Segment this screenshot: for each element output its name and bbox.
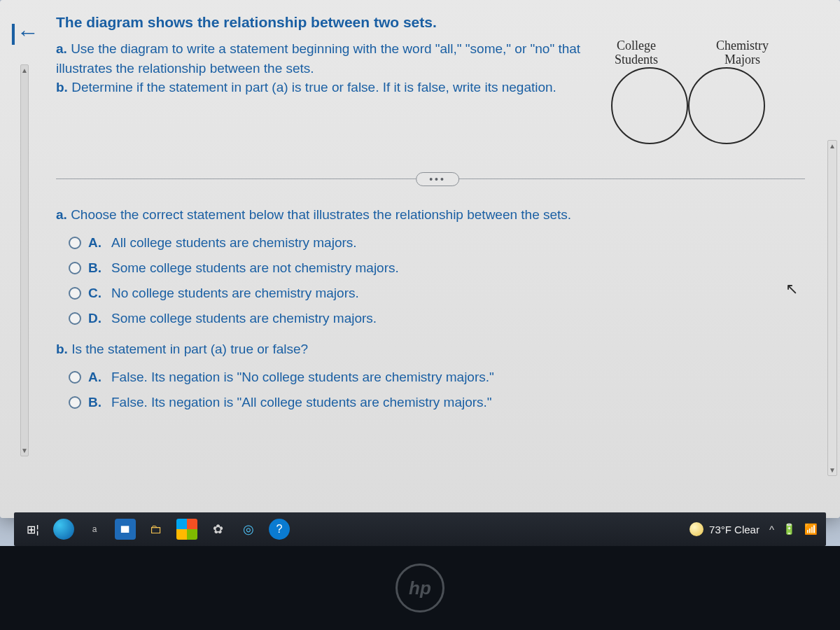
- venn-diagram: College Students Chemistry Majors: [601, 39, 776, 144]
- part-a-prefix: a.: [56, 41, 67, 56]
- option-letter: B.: [88, 395, 102, 410]
- back-button[interactable]: |←: [10, 21, 39, 43]
- left-rail: |← ▲ ▼: [0, 0, 49, 518]
- file-explorer-icon[interactable]: 🗀: [146, 519, 167, 540]
- monitor-bezel: hp: [0, 546, 840, 630]
- part-b-prefix: b.: [56, 80, 68, 94]
- weather-icon: [690, 522, 704, 536]
- question-a-prompt: a. Choose the correct statement below th…: [56, 207, 819, 223]
- venn-circle-right: [688, 67, 765, 144]
- tray-caret-icon[interactable]: ^: [769, 524, 774, 536]
- intro-text: The diagram shows the relationship betwe…: [56, 14, 819, 31]
- weather-text: 73°F Clear: [709, 524, 760, 536]
- radio-icon[interactable]: [69, 287, 81, 300]
- screen: |← ▲ ▼ The diagram shows the relationshi…: [0, 0, 840, 518]
- part-a-text: Use the diagram to write a statement beg…: [56, 41, 580, 76]
- wifi-icon[interactable]: 📶: [804, 523, 818, 536]
- venn-label-right: Chemistry Majors: [716, 39, 769, 67]
- option-letter: D.: [88, 311, 102, 326]
- instructions-row: a. Use the diagram to write a statement …: [56, 39, 819, 144]
- app-icon[interactable]: a: [84, 519, 105, 540]
- scroll-down-icon[interactable]: ▼: [829, 466, 836, 474]
- question-b-tag: b.: [56, 342, 68, 356]
- question-b-block: b. Is the statement in part (a) true or …: [56, 342, 819, 410]
- venn-label-left: College Students: [615, 39, 658, 67]
- question-b-text: Is the statement in part (a) true or fal…: [71, 342, 308, 356]
- instructions: a. Use the diagram to write a statement …: [56, 39, 588, 97]
- option-letter: B.: [88, 260, 102, 276]
- option-letter: A.: [88, 370, 102, 385]
- section-divider: •••: [56, 172, 819, 186]
- part-b-text: Determine if the statement in part (a) i…: [71, 80, 556, 94]
- question-a-tag: a.: [56, 207, 67, 222]
- help-icon[interactable]: ?: [269, 519, 290, 540]
- store-icon[interactable]: ⯀: [115, 519, 136, 540]
- nav-down-icon[interactable]: ▼: [21, 447, 28, 454]
- question-a-block: a. Choose the correct statement below th…: [56, 207, 819, 326]
- content-scrollbar[interactable]: ▲ ▼: [827, 140, 837, 476]
- system-tray[interactable]: ^ 🔋 📶: [769, 523, 818, 536]
- option-letter: C.: [88, 286, 102, 301]
- option-text: False. Its negation is "No college stude…: [111, 370, 494, 385]
- edge-icon[interactable]: [53, 519, 74, 540]
- question-b-prompt: b. Is the statement in part (a) true or …: [56, 342, 819, 357]
- option-a-D[interactable]: D. Some college students are chemistry m…: [69, 311, 819, 326]
- question-a-text: Choose the correct statement below that …: [71, 207, 571, 222]
- option-text: Some college students are not chemistry …: [111, 260, 399, 276]
- option-text: All college students are chemistry major…: [111, 235, 357, 251]
- microsoft-icon[interactable]: [176, 519, 197, 540]
- question-nav-scrollbar[interactable]: ▲ ▼: [20, 64, 29, 456]
- chat-icon[interactable]: ◎: [238, 519, 259, 540]
- radio-icon[interactable]: [69, 371, 81, 384]
- nav-up-icon[interactable]: ▲: [21, 66, 28, 74]
- option-text: Some college students are chemistry majo…: [111, 311, 377, 326]
- weather-widget[interactable]: 73°F Clear: [690, 522, 760, 536]
- windows-taskbar[interactable]: ⊞¦ a ⯀ 🗀 ✿ ◎ ? 73°F Clear ^ 🔋 📶: [14, 512, 826, 546]
- option-b-B[interactable]: B. False. Its negation is "All college s…: [69, 395, 819, 410]
- option-a-A[interactable]: A. All college students are chemistry ma…: [69, 235, 819, 251]
- task-view-icon[interactable]: ⊞¦: [22, 519, 43, 540]
- settings-icon[interactable]: ✿: [207, 519, 228, 540]
- option-a-C[interactable]: C. No college students are chemistry maj…: [69, 286, 819, 301]
- radio-icon[interactable]: [69, 262, 81, 274]
- radio-icon[interactable]: [69, 237, 81, 249]
- cursor-icon: ↖: [785, 280, 798, 298]
- battery-icon[interactable]: 🔋: [783, 523, 796, 536]
- option-letter: A.: [88, 235, 102, 251]
- option-a-B[interactable]: B. Some college students are not chemist…: [69, 260, 819, 276]
- expand-button[interactable]: •••: [416, 172, 459, 186]
- option-text: No college students are chemistry majors…: [111, 286, 359, 301]
- option-text: False. Its negation is "All college stud…: [111, 395, 492, 410]
- content-area: The diagram shows the relationship betwe…: [49, 0, 840, 518]
- radio-icon[interactable]: [69, 312, 81, 325]
- radio-icon[interactable]: [69, 396, 81, 409]
- scroll-up-icon[interactable]: ▲: [829, 142, 836, 150]
- option-b-A[interactable]: A. False. Its negation is "No college st…: [69, 370, 819, 385]
- venn-circle-left: [611, 67, 688, 144]
- hp-logo: hp: [396, 564, 444, 612]
